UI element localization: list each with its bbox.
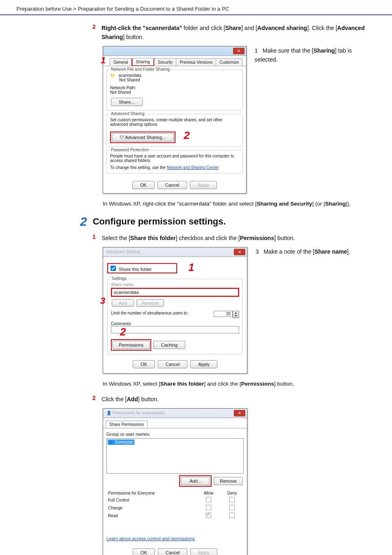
- close-icon[interactable]: ✕: [234, 249, 245, 255]
- close-icon[interactable]: ✕: [234, 410, 245, 416]
- substep-number: 2: [92, 395, 98, 401]
- network-path-label: Network Path:: [110, 86, 136, 90]
- advanced-desc: Set custom permissions, create multiple …: [110, 118, 239, 127]
- allow-checkbox[interactable]: [206, 505, 211, 510]
- tabs: 1 General Sharing Security Previous Vers…: [103, 56, 246, 66]
- allow-checkbox[interactable]: [206, 497, 211, 502]
- network-path-value: Not Shared: [110, 90, 131, 95]
- callout-2: 2: [120, 326, 126, 338]
- table-row: Full Control: [106, 496, 244, 504]
- button-bar: OK Cancel Apply: [103, 177, 246, 193]
- ok-button[interactable]: OK: [133, 360, 155, 368]
- dialog-titlebar: ✕: [103, 46, 246, 56]
- substep-2-2: 2 Click the [Add] button.: [92, 395, 376, 404]
- dialog-titlebar: Advanced Sharing ✕: [103, 247, 247, 257]
- share-name-input[interactable]: scannerdata: [112, 289, 238, 296]
- table-row: Change: [106, 504, 244, 512]
- share-this-folder-label: Share this folder: [119, 267, 152, 272]
- highlight-share-name: scannerdata: [111, 288, 239, 297]
- tab-previous-versions[interactable]: Previous Versions: [176, 58, 216, 66]
- figure-row-2: Advanced Sharing ✕ Share this folder 1 S…: [103, 247, 376, 374]
- ok-button[interactable]: OK: [132, 181, 154, 189]
- comments-input[interactable]: [111, 326, 239, 333]
- group-title: Settings: [110, 276, 128, 281]
- table-row: Read: [106, 512, 244, 520]
- highlight-advanced-sharing: 🛡 Advanced Sharing...: [110, 132, 175, 143]
- group-title: Network File and Folder Sharing: [109, 67, 171, 72]
- user-list[interactable]: 👥 Everyone: [106, 438, 244, 474]
- tab-share-permissions[interactable]: Share Permissions: [106, 421, 148, 428]
- advanced-sharing-button[interactable]: 🛡 Advanced Sharing...: [112, 133, 174, 141]
- group-title: Password Protection: [109, 148, 150, 152]
- major-step-2: 2 Configure permission settings.: [80, 215, 376, 229]
- deny-header: Deny: [220, 490, 244, 496]
- share-this-folder-checkbox[interactable]: [111, 266, 116, 271]
- add-button[interactable]: Add: [112, 299, 134, 307]
- tab-security[interactable]: Security: [154, 58, 176, 66]
- highlight-add: Add...: [179, 475, 212, 487]
- cancel-button[interactable]: Cancel: [157, 181, 187, 189]
- major-step-number: 2: [80, 215, 87, 229]
- callout-2: 2: [184, 129, 189, 141]
- share-status: Not Shared: [119, 78, 140, 82]
- note-right-1: 1 Make sure that the [Sharing] tab is se…: [255, 46, 376, 65]
- substep-2: 2 Right-click the "scannerdata" folder a…: [92, 23, 376, 42]
- tab-customize[interactable]: Customize: [216, 58, 242, 66]
- allow-header: Allow: [197, 490, 221, 496]
- folder-icon-row: scannerdata Not Shared: [110, 73, 239, 82]
- permissions-button[interactable]: Permissions: [113, 341, 150, 349]
- dialog-share-permissions: 👤 Permissions for scannerdata ✕ Share Pe…: [103, 408, 247, 555]
- close-icon[interactable]: ✕: [233, 48, 244, 54]
- deny-checkbox[interactable]: [229, 505, 235, 510]
- callout-3: 3: [100, 296, 105, 306]
- highlight-sharing-tab: Sharing: [131, 58, 154, 66]
- substep-text: Select the [Share this folder] checkbox …: [101, 234, 295, 243]
- note-right-2: 3 Make a note of the [Share name].: [256, 247, 350, 256]
- pw-line1: People must have a user account and pass…: [110, 154, 239, 163]
- button-bar: OK Cancel Apply: [107, 354, 243, 369]
- xp-note-2: In Windows XP, select [Share this folder…: [103, 379, 376, 388]
- button-bar: OK Cancel Apply: [103, 544, 247, 555]
- deny-checkbox[interactable]: [229, 513, 235, 518]
- share-button[interactable]: Share...: [111, 98, 143, 106]
- figure-row-1: ✕ 1 General Sharing Security Previous Ve…: [103, 46, 376, 194]
- cancel-button[interactable]: Cancel: [158, 360, 187, 368]
- learn-link[interactable]: Learn about access control and permissio…: [106, 536, 195, 541]
- network-sharing-center-link[interactable]: Network and Sharing Center: [167, 165, 219, 170]
- allow-checkbox[interactable]: [206, 513, 211, 518]
- callout-1: 1: [101, 55, 106, 66]
- perm-read: Read: [106, 512, 197, 520]
- highlight-permissions: Permissions: [111, 339, 151, 351]
- substep-2-1: 1 Select the [Share this folder] checkbo…: [92, 234, 376, 243]
- tab-general[interactable]: General: [110, 58, 132, 66]
- comments-label: Comments:: [111, 321, 239, 326]
- page-content: 2 Right-click the "scannerdata" folder a…: [0, 15, 392, 555]
- group-advanced-sharing: Advanced Sharing Set custom permissions,…: [106, 114, 243, 147]
- apply-button[interactable]: Apply: [190, 360, 217, 368]
- substep-number: 2: [92, 23, 98, 30]
- apply-button[interactable]: Apply: [190, 548, 217, 555]
- spin-buttons[interactable]: ▲▼: [233, 311, 239, 318]
- limit-spinner[interactable]: 20: [214, 311, 233, 317]
- substep-text: Click the [Add] button.: [101, 395, 159, 404]
- apply-button[interactable]: Apply: [190, 181, 217, 189]
- share-name: scannerdata: [119, 73, 141, 78]
- ok-button[interactable]: OK: [133, 548, 155, 555]
- remove-button[interactable]: Remove: [136, 299, 164, 307]
- xp-note-1: In Windows XP, right-click the "scannerd…: [103, 199, 376, 208]
- figure-row-3: 👤 Permissions for scannerdata ✕ Share Pe…: [103, 408, 376, 555]
- tab-sharing[interactable]: Sharing: [132, 58, 154, 65]
- everyone-item[interactable]: 👥 Everyone: [108, 439, 134, 445]
- add-button[interactable]: Add...: [181, 477, 210, 485]
- perm-change: Change: [106, 504, 197, 512]
- cancel-button[interactable]: Cancel: [158, 548, 187, 555]
- deny-checkbox[interactable]: [229, 497, 235, 502]
- callout-1: 1: [188, 261, 194, 273]
- caching-button[interactable]: Caching: [153, 341, 185, 349]
- perm-for-label: Permissions for Everyone: [106, 490, 197, 496]
- tabs: Share Permissions: [103, 418, 247, 428]
- remove-button[interactable]: Remove: [214, 477, 243, 485]
- highlight-share-this-folder: Share this folder: [107, 263, 177, 273]
- perm-full-control: Full Control: [106, 496, 197, 504]
- dialog-properties: ✕ 1 General Sharing Security Previous Ve…: [103, 46, 247, 194]
